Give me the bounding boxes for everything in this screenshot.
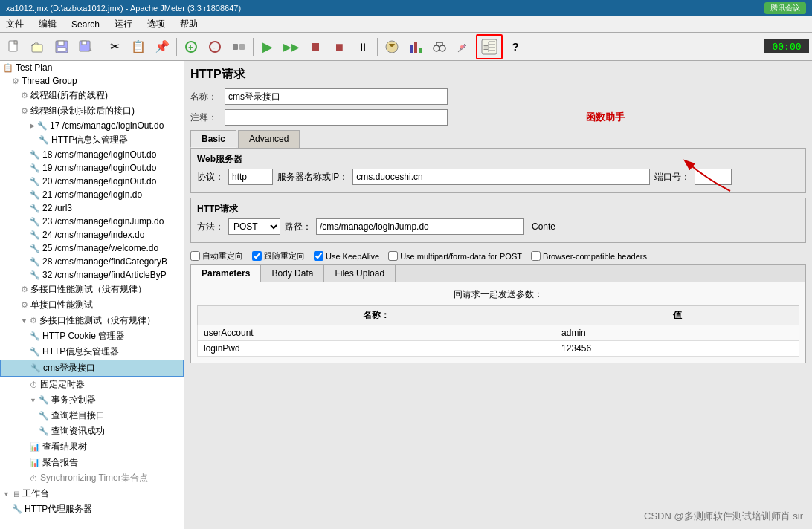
tree-item-thread-record[interactable]: ⚙ 线程组(录制排除后的接口) (0, 103, 184, 119)
menu-edit[interactable]: 编辑 (36, 18, 59, 30)
send-with-label: 同请求一起发送参数： (197, 288, 799, 301)
inner-tab-files[interactable]: Files Upload (324, 265, 396, 282)
tree-item-view-result[interactable]: 📊 查看结果树 (0, 439, 184, 455)
binoculars-button[interactable] (428, 36, 451, 58)
tree-item-25[interactable]: 🔧 25 /cms/manage/welcome.do (0, 241, 184, 255)
tree-item-thread-group[interactable]: ⚙ Thread Group (0, 74, 184, 88)
tree-item-32[interactable]: 🔧 32 /cms/manage/findArticleByP (0, 268, 184, 282)
item20-icon: 🔧 (30, 177, 40, 186)
tree-item-thread-all[interactable]: ⚙ 线程组(所有的线程) (0, 88, 184, 103)
collapse-button[interactable]: - (204, 36, 226, 58)
run-button[interactable]: ▶ (257, 36, 279, 58)
tree-item-transaction[interactable]: ▼ 🔧 事务控制器 (0, 392, 184, 408)
multipart-check[interactable]: Use multipart/form-data for POST (388, 251, 522, 261)
tree-item-21[interactable]: 🔧 21 /cms/manage/login.do (0, 188, 184, 201)
http-proxy-icon: 🔧 (12, 504, 22, 514)
new-button[interactable] (3, 36, 25, 58)
tree-item-test-plan[interactable]: 📋 Test Plan (0, 61, 184, 74)
auto-redirect-checkbox[interactable] (190, 251, 200, 261)
chart-button[interactable] (405, 36, 427, 58)
tree-item-28[interactable]: 🔧 28 /cms/manage/findCategoryB (0, 255, 184, 268)
multipart-checkbox[interactable] (388, 251, 398, 261)
tree-item-fixed-timer[interactable]: ⏱ 固定定时器 (0, 377, 184, 392)
tab-advanced[interactable]: Advanced (238, 130, 300, 148)
toggle-button[interactable] (228, 36, 250, 58)
tree-item-http-header1[interactable]: 🔧 HTTP信息头管理器 (0, 132, 184, 148)
tree-item-http-cookie[interactable]: 🔧 HTTP Cookie 管理器 (0, 328, 184, 344)
follow-redirect-check[interactable]: 跟随重定向 (252, 250, 305, 262)
tree-item-22[interactable]: 🔧 22 /url3 (0, 201, 184, 215)
menu-options[interactable]: 选项 (144, 18, 168, 30)
menu-search[interactable]: Search (68, 19, 103, 30)
multi-norule2-icon: ⚙ (30, 316, 37, 325)
title-bar: xa1012.jmx (D:\azb\xa1012.jmx) - Apache … (0, 0, 812, 16)
query-info-icon: 🔧 (39, 426, 49, 436)
row2-value: 123456 (555, 341, 799, 357)
saveas-button[interactable]: + (74, 36, 97, 58)
expand-button[interactable]: + (180, 36, 202, 58)
tree-item-agg-report[interactable]: 📊 聚合报告 (0, 455, 184, 470)
tree-item-http-header2[interactable]: 🔧 HTTP信息头管理器 (0, 344, 184, 360)
run-all-button[interactable]: ▶▶ (280, 36, 303, 58)
inner-tab-parameters[interactable]: Parameters (191, 265, 261, 282)
tree-item-label: Thread Group (22, 76, 77, 86)
fixed-timer-icon: ⏱ (30, 380, 38, 389)
tab-basic[interactable]: Basic (190, 130, 236, 148)
tree-item-24[interactable]: 🔧 24 /cms/manage/index.do (0, 228, 184, 241)
cut-button[interactable]: ✂ (103, 36, 126, 58)
tree-item-label: HTTP信息头管理器 (51, 134, 128, 146)
stop-all-button[interactable]: ⏹ (328, 36, 350, 58)
tree-item-label: 28 /cms/manage/findCategoryB (42, 256, 167, 267)
pause-button[interactable]: ⏸ (352, 36, 374, 58)
tree-item-18[interactable]: 🔧 18 /cms/manage/loginOut.do (0, 148, 184, 161)
keep-alive-checkbox[interactable] (314, 251, 323, 261)
http-cookie-icon: 🔧 (30, 331, 40, 341)
tree-item-query-list[interactable]: 🔧 查询栏目接口 (0, 408, 184, 423)
name-input[interactable] (225, 88, 448, 105)
tree-item-17[interactable]: ▶ 🔧 17 /cms/manage/loginOut.do (0, 119, 184, 132)
method-select[interactable]: POST GET PUT DELETE (228, 218, 280, 235)
tree-item-20[interactable]: 🔧 20 /cms/manage/loginOut.do (0, 175, 184, 188)
follow-redirect-checkbox[interactable] (252, 251, 262, 261)
paste-button[interactable]: 📌 (151, 36, 173, 58)
protocol-input[interactable] (228, 169, 273, 185)
col-value-header: 值 (555, 306, 799, 325)
paint-button[interactable] (452, 36, 474, 58)
stop-button[interactable]: ⏹ (304, 36, 326, 58)
path-input[interactable] (316, 218, 524, 235)
tree-item-label: Test Plan (16, 62, 52, 73)
tree-item-query-info[interactable]: 🔧 查询资讯成功 (0, 423, 184, 439)
tree-item-workbench[interactable]: ▼ 🖥 工作台 (0, 486, 184, 502)
auto-redirect-check[interactable]: 自动重定向 (190, 250, 243, 262)
tree-item-sync-timer[interactable]: ⏱ Synchronizing Timer集合点 (0, 470, 184, 486)
save-button[interactable] (51, 36, 73, 58)
function-button[interactable]: ≡ (477, 36, 501, 58)
copy-button[interactable]: 📋 (127, 36, 149, 58)
tree-item-multi-norule2[interactable]: ▼ ⚙ 多接口性能测试（没有规律） (0, 313, 184, 328)
inner-tab-body[interactable]: Body Data (261, 265, 324, 282)
method-path-row: 方法： POST GET PUT DELETE 路径： Conte (197, 218, 799, 235)
svg-point-21 (460, 45, 463, 48)
item17-icon: 🔧 (37, 121, 48, 131)
server-input[interactable] (352, 169, 650, 185)
menu-run[interactable]: 运行 (112, 18, 135, 30)
tree-item-single[interactable]: ⚙ 单接口性能测试 (0, 297, 184, 313)
tree-panel: 📋 Test Plan ⚙ Thread Group ⚙ 线程组(所有的线程) … (0, 61, 184, 529)
tree-item-label: HTTP Cookie 管理器 (42, 330, 125, 343)
tree-item-multi-norule[interactable]: ⚙ 多接口性能测试（没有规律） (0, 282, 184, 297)
tree-item-23[interactable]: 🔧 23 /cms/manage/loginJump.do (0, 215, 184, 228)
open-button[interactable] (27, 36, 49, 58)
browser-compat-checkbox[interactable] (531, 251, 541, 261)
comment-input[interactable] (225, 109, 448, 126)
tree-item-label: 查询栏目接口 (51, 409, 105, 422)
keep-alive-check[interactable]: Use KeepAlive (314, 251, 379, 261)
menu-help[interactable]: 帮助 (177, 18, 201, 30)
menu-file[interactable]: 文件 (3, 18, 27, 30)
knife-button[interactable] (381, 36, 403, 58)
question-button[interactable]: ? (504, 36, 526, 58)
tree-item-http-proxy[interactable]: 🔧 HTTP代理服务器 (0, 502, 184, 517)
svg-rect-4 (58, 41, 64, 45)
browser-compat-check[interactable]: Browser-compatible headers (531, 251, 647, 261)
tree-item-19[interactable]: 🔧 19 /cms/manage/loginOut.do (0, 161, 184, 175)
tree-item-cms-login[interactable]: 🔧 cms登录接口 (0, 360, 184, 377)
